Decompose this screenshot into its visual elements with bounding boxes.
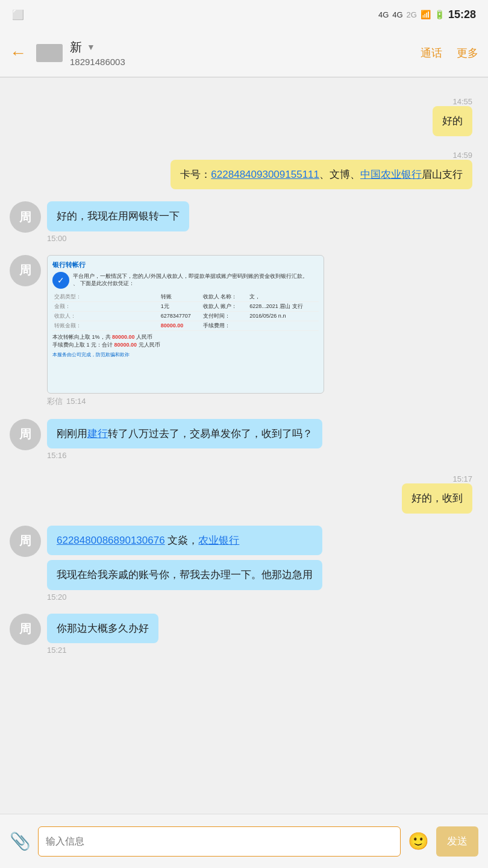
network-4g-2: 4G (392, 10, 402, 19)
message-bubble: 刚刚用建行转了八万过去了，交易单发你了，收到了吗？ (47, 419, 322, 449)
battery-icon: 🔋 (434, 10, 445, 19)
contact-info: 新 ▼ 18291486003 (70, 39, 413, 67)
amount-row: 本次转帐向上取 1%，共 80000.00 人民币 (52, 333, 319, 341)
bank-table: 交易类型：转账收款人 名称：文， 金额：1元收款人 账户：6228...2021… (52, 292, 319, 331)
message-row: 周 银行转帐行 ✓ 平台用户，一般情况下，您的人/外国人收款人，即提款单据或账户… (10, 255, 478, 407)
bubble-wrap: 你那边大概多久办好 15:21 (47, 614, 158, 655)
message-bubble-account: 622848008689013​0676 文焱，农业银行 (47, 526, 322, 556)
signal-icon: 📶 (421, 10, 431, 19)
bubble-wrap: 好的，我现在用网银转一下 15:00 (47, 201, 189, 243)
message-bubble: 卡号：6228484093009155111、文博、中国农业银行眉山支行 (170, 160, 472, 190)
header-divider (0, 77, 488, 78)
contact-name: 新 (70, 39, 82, 55)
bank-name-link[interactable]: 中国农业银行 (360, 169, 422, 180)
chevron-down-icon[interactable]: ▼ (87, 42, 95, 52)
contact-avatar (36, 44, 63, 62)
mms-image[interactable]: 银行转帐行 ✓ 平台用户，一般情况下，您的人/外国人收款人，即提款单据或账户密码… (47, 255, 324, 394)
send-button[interactable]: 发送 (436, 826, 478, 857)
contact-phone: 18291486003 (70, 57, 413, 67)
message-row: 周 好的，我现在用网银转一下 15:00 (10, 201, 478, 243)
msg-time: 15:20 (47, 593, 322, 602)
status-bar: ⬜ 4G 4G 2G 📶 🔋 15:28 (0, 0, 488, 29)
bank-logo-row: ✓ 平台用户，一般情况下，您的人/外国人收款人，即提款单据或账户密码到账的资金收… (52, 272, 319, 289)
message-row: 周 622848008689013​0676 文焱，农业银行 我现在给我亲戚的账… (10, 526, 478, 602)
mms-time: 15:14 (66, 397, 86, 406)
amount-row2: 手续费向上取 1 元：合计 80000.00 元人民币 (52, 341, 319, 349)
chat-area: 14:55 好的 14:59 卡号：6228484093009155111、文博… (0, 85, 488, 868)
emoji-icon[interactable]: 🙂 (408, 831, 429, 851)
message-bubble: 好的，收到 (402, 483, 472, 514)
message-row: 14:59 卡号：6228484093009155111、文博、中国农业银行眉山… (10, 148, 478, 190)
msg-time: 15:21 (47, 646, 158, 655)
msg-time: 15:16 (47, 451, 322, 460)
mms-label-row: 彩信 15:14 (47, 396, 86, 407)
bank2-link[interactable]: 农业银行 (198, 535, 239, 546)
more-button[interactable]: 更多 (457, 46, 478, 60)
ccb-link[interactable]: 建行 (87, 428, 108, 439)
card2-link[interactable]: 622848008689013​0676 (57, 535, 165, 546)
mms-footer: 本服务由公司完成，防范欺骗和欺诈 (52, 351, 319, 358)
attach-icon[interactable]: 📎 (10, 831, 31, 851)
message-row: 14:55 好的 (10, 95, 478, 136)
msg-time: 14:59 (452, 151, 472, 160)
bank-header: 银行转帐行 (52, 260, 319, 269)
status-left: ⬜ (12, 9, 374, 20)
mms-label: 彩信 (47, 396, 63, 407)
message-row: 周 刚刚用建行转了八万过去了，交易单发你了，收到了吗？ 15:16 (10, 419, 478, 461)
back-button[interactable]: ← (10, 43, 27, 63)
message-bubble-reason: 我现在给我亲戚的账号你，帮我去办理一下。他那边急用 (47, 560, 322, 590)
input-bar: 📎 🙂 发送 (0, 814, 488, 868)
avatar: 周 (10, 526, 41, 557)
avatar: 周 (10, 255, 41, 286)
message-row: 周 你那边大概多久办好 15:21 (10, 614, 478, 655)
status-icons: 4G 4G 2G 📶 🔋 15:28 (378, 8, 476, 21)
card-number-link[interactable]: 6228484093009155111 (211, 169, 319, 180)
bubble-wrap: 622848008689013​0676 文焱，农业银行 我现在给我亲戚的账号你… (47, 526, 322, 602)
bubble-wrap: 15:17 好的，收到 (402, 472, 472, 514)
msg-time: 15:00 (47, 234, 67, 243)
check-icon: ✓ (52, 272, 69, 289)
gallery-icon: ⬜ (12, 10, 24, 20)
message-bubble: 好的，我现在用网银转一下 (47, 201, 189, 231)
message-row: 15:17 好的，收到 (10, 472, 478, 514)
status-time: 15:28 (448, 8, 476, 21)
avatar: 周 (10, 614, 41, 645)
network-2g: 2G (407, 10, 417, 19)
header-actions: 通话 更多 (421, 46, 478, 60)
avatar: 周 (10, 201, 41, 233)
mms-wrap: 银行转帐行 ✓ 平台用户，一般情况下，您的人/外国人收款人，即提款单据或账户密码… (47, 255, 324, 407)
chat-header: ← 新 ▼ 18291486003 通话 更多 (0, 29, 488, 77)
msg-time: 14:55 (452, 97, 472, 106)
bubble-wrap: 刚刚用建行转了八万过去了，交易单发你了，收到了吗？ 15:16 (47, 419, 322, 461)
bank-desc: 平台用户，一般情况下，您的人/外国人收款人，即提款单据或账户密码到账的资金收到银… (73, 273, 308, 287)
avatar: 周 (10, 419, 41, 450)
message-bubble: 好的 (433, 106, 472, 136)
message-input[interactable] (38, 826, 401, 857)
network-4g-1: 4G (378, 10, 389, 19)
call-button[interactable]: 通话 (421, 46, 442, 60)
bubble-wrap: 14:55 好的 (433, 95, 472, 136)
msg-time: 15:17 (452, 474, 472, 483)
bubble-wrap: 14:59 卡号：6228484093009155111、文博、中国农业银行眉山… (170, 148, 472, 190)
message-bubble: 你那边大概多久办好 (47, 614, 158, 644)
